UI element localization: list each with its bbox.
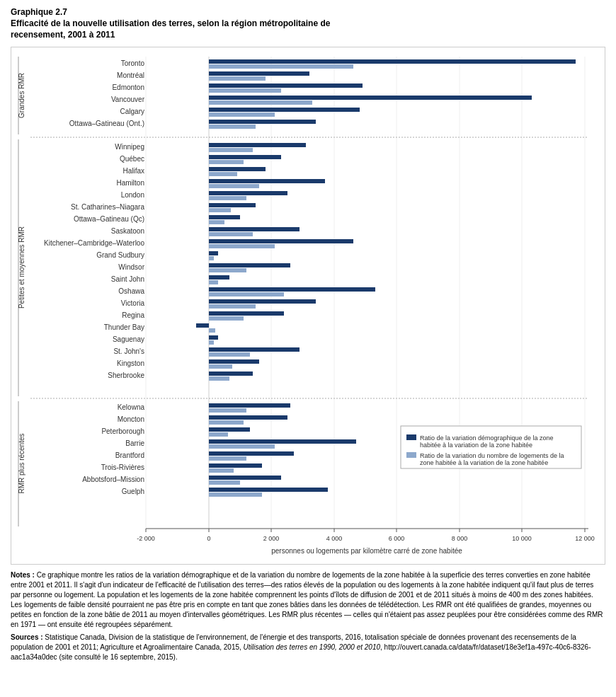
svg-rect-54: [209, 148, 253, 152]
title-line1: Graphique 2.7: [11, 7, 605, 17]
svg-text:Calgary: Calgary: [120, 108, 144, 115]
svg-rect-81: [209, 256, 214, 260]
svg-rect-116: [209, 415, 287, 420]
svg-text:Grand Sudbury: Grand Sudbury: [96, 251, 144, 259]
svg-text:Saskatoon: Saskatoon: [111, 227, 144, 235]
svg-text:Brantford: Brantford: [115, 451, 144, 459]
svg-text:Vancouver: Vancouver: [111, 96, 145, 103]
svg-text:-2 000: -2 000: [137, 535, 155, 542]
svg-text:10 000: 10 000: [512, 535, 532, 542]
svg-rect-78: [209, 244, 275, 248]
svg-rect-110: [209, 371, 253, 376]
chart-title-block: Graphique 2.7 Efficacité de la nouvelle …: [11, 7, 605, 40]
svg-text:4 000: 4 000: [326, 535, 343, 542]
svg-text:12 000: 12 000: [575, 535, 595, 542]
svg-rect-65: [209, 191, 287, 195]
notes-section: Notes : Ce graphique montre les ratios d…: [11, 570, 605, 662]
svg-text:Ratio de la variation démograp: Ratio de la variation démographique de l…: [420, 434, 554, 442]
svg-rect-57: [209, 160, 244, 164]
svg-rect-42: [209, 88, 281, 93]
svg-rect-48: [209, 113, 275, 117]
svg-rect-62: [209, 179, 325, 183]
svg-rect-59: [209, 167, 266, 171]
svg-rect-122: [209, 439, 356, 444]
svg-text:RMR plus récentes: RMR plus récentes: [18, 433, 25, 493]
svg-rect-93: [209, 304, 256, 309]
svg-rect-63: [209, 184, 259, 188]
svg-rect-123: [209, 444, 275, 449]
svg-text:0: 0: [207, 535, 210, 542]
svg-rect-105: [209, 352, 250, 357]
svg-rect-38: [209, 71, 309, 76]
svg-text:Hamilton: Hamilton: [117, 179, 144, 187]
svg-text:Winnipeg: Winnipeg: [115, 143, 144, 151]
svg-rect-102: [209, 340, 214, 345]
sources-bold: Sources :: [11, 633, 43, 641]
svg-rect-56: [209, 155, 281, 159]
svg-text:Saint John: Saint John: [111, 275, 144, 283]
svg-rect-131: [209, 476, 281, 480]
svg-text:Ottawa–Gatineau (Ont.): Ottawa–Gatineau (Ont.): [69, 120, 144, 127]
svg-text:Abbotsford–Mission: Abbotsford–Mission: [82, 476, 144, 483]
svg-text:Edmonton: Edmonton: [112, 83, 144, 91]
svg-rect-83: [209, 263, 290, 267]
svg-text:2 000: 2 000: [263, 535, 280, 542]
svg-text:habitée à la variation de la z: habitée à la variation de la zone habité…: [420, 442, 532, 449]
svg-rect-77: [209, 239, 353, 243]
svg-text:Toronto: Toronto: [121, 59, 145, 67]
main-chart-svg: -2 000 0 2 000 4 000 6 000 8 000 10 000 …: [15, 51, 610, 560]
svg-text:personnes ou logements par kil: personnes ou logements par kilomètre car…: [271, 547, 462, 555]
svg-text:Peterborough: Peterborough: [101, 427, 144, 435]
svg-rect-96: [209, 316, 244, 321]
svg-rect-104: [209, 347, 300, 352]
svg-rect-71: [209, 215, 240, 219]
svg-rect-41: [209, 83, 363, 88]
svg-text:8 000: 8 000: [452, 535, 468, 542]
svg-rect-129: [209, 468, 234, 473]
svg-rect-68: [209, 203, 256, 207]
svg-rect-72: [209, 220, 224, 224]
svg-rect-35: [209, 59, 576, 64]
svg-text:Halifax: Halifax: [122, 167, 144, 175]
svg-rect-39: [209, 76, 266, 81]
svg-text:Barrie: Barrie: [125, 439, 144, 447]
svg-text:London: London: [121, 191, 144, 199]
svg-rect-53: [209, 143, 306, 147]
svg-text:Ottawa–Gatineau (Qc): Ottawa–Gatineau (Qc): [74, 215, 144, 223]
svg-rect-119: [209, 427, 250, 432]
svg-rect-128: [209, 463, 262, 468]
svg-rect-99: [209, 328, 215, 333]
svg-text:Kitchener–Cambridge–Waterloo: Kitchener–Cambridge–Waterloo: [44, 239, 144, 247]
svg-text:zone habitée à la variation de: zone habitée à la variation de la zone h…: [420, 459, 548, 466]
svg-rect-117: [209, 420, 244, 425]
svg-rect-66: [209, 196, 246, 200]
svg-rect-86: [209, 275, 229, 280]
svg-rect-120: [209, 432, 228, 437]
svg-text:Ratio de la variation du nombr: Ratio de la variation du nombre de logem…: [420, 452, 564, 459]
svg-text:St. John's: St. John's: [113, 347, 144, 355]
svg-rect-132: [209, 480, 240, 485]
svg-rect-134: [209, 488, 328, 492]
notes-text: Ce graphique montre les ratios de la var…: [11, 571, 603, 628]
svg-rect-69: [209, 208, 231, 212]
svg-rect-98: [196, 323, 209, 328]
svg-rect-84: [209, 268, 246, 272]
svg-rect-137: [406, 434, 416, 440]
svg-rect-50: [209, 120, 316, 124]
svg-rect-36: [209, 64, 353, 69]
svg-text:Grandes RMR: Grandes RMR: [18, 73, 25, 118]
svg-rect-51: [209, 125, 256, 129]
svg-rect-90: [209, 292, 284, 296]
svg-text:St. Catharines–Niagara: St. Catharines–Niagara: [71, 203, 144, 211]
svg-text:Québec: Québec: [120, 155, 144, 163]
svg-rect-114: [209, 408, 246, 413]
chart-wrapper: -2 000 0 2 000 4 000 6 000 8 000 10 000 …: [11, 47, 605, 565]
svg-rect-75: [209, 232, 253, 236]
svg-text:Petites et moyennes RMR: Petites et moyennes RMR: [18, 226, 25, 309]
svg-text:Trois-Rivières: Trois-Rivières: [101, 463, 144, 471]
svg-text:Kelowna: Kelowna: [118, 403, 145, 411]
svg-text:Thunder Bay: Thunder Bay: [104, 323, 144, 331]
svg-text:Oshawa: Oshawa: [118, 287, 144, 295]
svg-text:Saguenay: Saguenay: [113, 335, 144, 343]
svg-rect-74: [209, 227, 300, 231]
